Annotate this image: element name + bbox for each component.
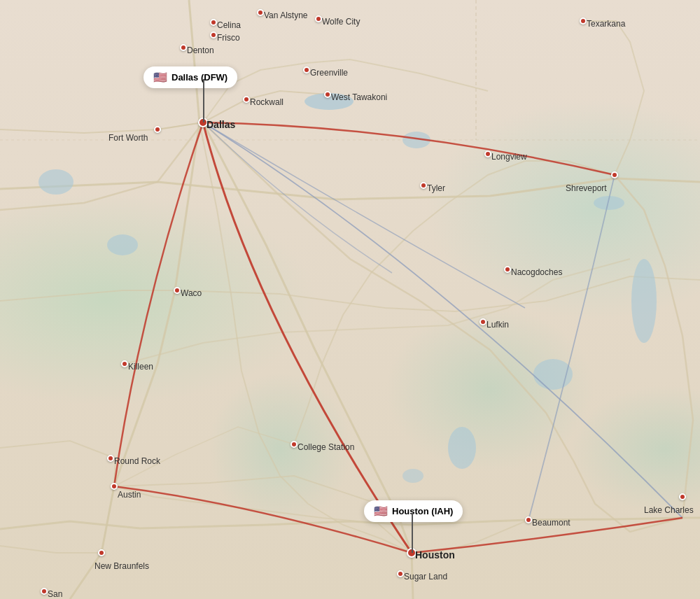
city-dot-college-station xyxy=(290,441,298,448)
airport-label-houston-iah: Houston (IAH) xyxy=(392,506,453,516)
city-dot-wolfe-city xyxy=(315,15,322,22)
svg-point-9 xyxy=(107,234,138,255)
svg-point-10 xyxy=(38,169,74,195)
city-dot-texarkana xyxy=(580,17,587,24)
city-dot-beaumont xyxy=(525,516,532,523)
svg-point-3 xyxy=(631,259,657,343)
city-dot-denton xyxy=(180,44,187,51)
city-dot-killeen xyxy=(121,360,128,367)
airport-tooltip-dallas-dfw[interactable]: 🇺🇸Dallas (DFW) xyxy=(144,66,237,88)
city-dot-lake-charles xyxy=(679,493,686,500)
airport-label-dallas-dfw: Dallas (DFW) xyxy=(172,72,227,83)
svg-point-6 xyxy=(402,469,424,483)
city-dot-west-tawakoni xyxy=(324,91,331,98)
city-dot-frisco xyxy=(210,31,217,38)
city-dot-longview xyxy=(484,150,491,157)
city-dot-celina xyxy=(210,19,217,26)
map-container: DallasHoustonFort WorthAustinWacoKilleen… xyxy=(0,0,700,599)
airport-tooltip-houston-iah[interactable]: 🇺🇸Houston (IAH) xyxy=(364,500,463,522)
city-dot-round-rock xyxy=(107,455,114,462)
city-dot-waco xyxy=(174,287,181,294)
svg-point-5 xyxy=(448,427,476,469)
city-dot-san xyxy=(41,588,48,595)
city-dot-tyler xyxy=(420,182,427,189)
city-dot-greenville xyxy=(303,66,310,73)
city-dot-fort-worth xyxy=(154,126,161,133)
routes-svg xyxy=(0,0,700,599)
city-dot-austin xyxy=(111,483,118,490)
city-dot-nacogdoches xyxy=(504,266,511,273)
tooltip-callout-dallas-dfw xyxy=(203,79,204,122)
city-dot-van-alstyne xyxy=(257,9,264,16)
city-dot-rockwall xyxy=(243,96,250,103)
city-dot-shreveport xyxy=(611,171,618,178)
flag-icon-dallas-dfw: 🇺🇸 xyxy=(153,71,167,84)
city-dot-sugar-land xyxy=(397,570,404,577)
city-dot-lufkin xyxy=(479,318,486,325)
flag-icon-houston-iah: 🇺🇸 xyxy=(374,505,388,518)
tooltip-callout-houston-iah xyxy=(412,513,413,553)
city-dot-new-braunfels xyxy=(98,549,105,556)
